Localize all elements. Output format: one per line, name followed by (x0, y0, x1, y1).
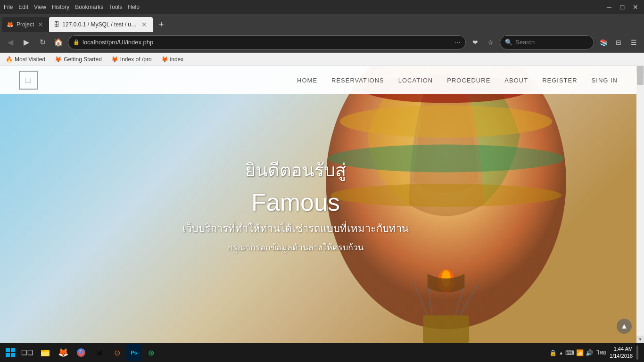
taskbar-chrome[interactable] (73, 344, 90, 361)
menu-file[interactable]: File (4, 4, 13, 10)
svg-point-2 (340, 105, 553, 138)
tab-bar: 🦊 Project ✕ 🗄 127.0.0.1 / MySQL / test /… (0, 14, 644, 32)
menu-button[interactable]: ☰ (627, 36, 640, 49)
scroll-to-top-button[interactable]: ▲ (617, 319, 632, 334)
taskbar-right: 🔒 ▲ ⌨ 📶 🔊 ไทย 1:44 AM 1/14/2018 (549, 346, 642, 360)
menu-bar[interactable]: File Edit View History Bookmarks Tools H… (4, 4, 140, 10)
tab-project-title: Project (17, 21, 34, 28)
url-text: localhost/pro/UI/index.php (83, 39, 452, 46)
site-nav: □ HOME RESERVATIONS LOCATION PROCEDURE A… (0, 66, 636, 94)
show-desktop-button[interactable] (636, 346, 638, 360)
svg-rect-12 (6, 348, 10, 352)
taskbar-task-view[interactable]: ❑❑ (19, 344, 36, 361)
taskbar-photoshop[interactable]: Ps (126, 344, 141, 361)
hero-text: ยินดีตอนรับสู่ Famous เว็บบริการที่ทำให้… (182, 156, 409, 254)
bookmark-index-pro-label: Index of /pro (120, 56, 152, 63)
url-bar[interactable]: 🔒 localhost/pro/UI/index.php ··· (68, 35, 466, 49)
taskbar-sys-icons: 🔒 ▲ ⌨ 📶 🔊 (549, 349, 593, 356)
scrollbar-thumb[interactable] (637, 66, 644, 85)
maximize-button[interactable]: □ (618, 2, 627, 12)
nav-bar: ◀ ▶ ↻ 🏠 🔒 localhost/pro/UI/index.php ···… (0, 32, 644, 53)
back-button[interactable]: ◀ (4, 36, 17, 49)
reload-button[interactable]: ↻ (36, 36, 49, 49)
nav-home[interactable]: HOME (297, 77, 317, 84)
new-tab-button[interactable]: + (155, 18, 168, 31)
nav-right: 📚 ⊟ ☰ (597, 36, 640, 49)
index-icon: 🦊 (161, 56, 168, 63)
taskbar-wifi-icon: 📶 (576, 349, 584, 356)
time-display: 1:44 AM (610, 346, 633, 353)
minimize-button[interactable]: ─ (604, 2, 614, 12)
title-bar: File Edit View History Bookmarks Tools H… (0, 0, 644, 14)
logo-icon: □ (26, 75, 31, 85)
library-button[interactable]: 📚 (597, 36, 610, 49)
nav-procedure[interactable]: PROCEDURE (447, 77, 490, 84)
nav-about[interactable]: ABOUT (504, 77, 528, 84)
bookmark-button[interactable]: ☆ (484, 36, 497, 49)
sidebar-button[interactable]: ⊟ (612, 36, 625, 49)
website-content: □ HOME RESERVATIONS LOCATION PROCEDURE A… (0, 66, 644, 343)
tab-project-close[interactable]: ✕ (37, 21, 44, 28)
site-menu: HOME RESERVATIONS LOCATION PROCEDURE ABO… (297, 77, 618, 84)
window-controls[interactable]: ─ □ ✕ (604, 2, 640, 12)
taskbar-chevron-icon[interactable]: ▲ (559, 350, 563, 355)
hero-brand: Famous (182, 188, 409, 216)
nav-signin[interactable]: SING IN (592, 77, 618, 84)
bookmark-index-pro[interactable]: 🦊 Index of /pro (109, 55, 154, 64)
taskbar-language: ไทย (597, 348, 606, 357)
nav-location[interactable]: LOCATION (398, 77, 433, 84)
bookmark-index[interactable]: 🦊 index (159, 55, 186, 64)
bookmark-getting-started-label: Getting Started (64, 56, 102, 63)
forward-button[interactable]: ▶ (20, 36, 33, 49)
scroll-down-button[interactable]: ▼ (636, 336, 644, 343)
pocket-button[interactable]: ❤ (469, 36, 482, 49)
hero-subtitle: เว็บบริการที่ทำให้ท่านได้เช่ารถแบบที่เหม… (182, 220, 409, 237)
taskbar-volume-icon: 🔊 (586, 349, 593, 356)
svg-rect-15 (11, 353, 15, 357)
tab-mysql-icon: 🗄 (54, 21, 59, 28)
bookmark-most-visited-label: Most Visited (15, 56, 45, 63)
most-visited-icon: 🔥 (6, 56, 13, 63)
lock-icon: 🔒 (73, 39, 80, 45)
tab-mysql[interactable]: 🗄 127.0.0.1 / MySQL / test / user ✕ (49, 17, 153, 32)
menu-tools[interactable]: Tools (109, 4, 122, 10)
bookmarks-bar: 🔥 Most Visited 🦊 Getting Started 🦊 Index… (0, 53, 644, 66)
menu-history[interactable]: History (52, 4, 69, 10)
taskbar-keyboard-icon: ⌨ (565, 349, 574, 356)
taskbar: ❑❑ 🦊 ✉ ⊙ Ps ⊕ 🔒 ▲ ⌨ 📶 🔊 (0, 343, 644, 362)
taskbar-firefox[interactable]: 🦊 (55, 344, 72, 361)
svg-rect-5 (423, 315, 469, 343)
menu-bookmarks[interactable]: Bookmarks (75, 4, 103, 10)
taskbar-icons: ❑❑ 🦊 ✉ ⊙ Ps ⊕ (19, 344, 549, 361)
menu-view[interactable]: View (34, 4, 46, 10)
taskbar-app-orange[interactable]: ⊙ (108, 344, 125, 361)
menu-help[interactable]: Help (128, 4, 140, 10)
close-button[interactable]: ✕ (631, 2, 640, 12)
taskbar-network-icon: 🔒 (549, 349, 557, 356)
nav-reservations[interactable]: RESERVATIONS (331, 77, 384, 84)
menu-edit[interactable]: Edit (18, 4, 28, 10)
nav-actions: ❤ ☆ (469, 36, 497, 49)
svg-rect-13 (11, 348, 15, 352)
tab-project[interactable]: 🦊 Project ✕ (2, 17, 49, 32)
tab-mysql-title: 127.0.0.1 / MySQL / test / user (62, 21, 138, 28)
svg-rect-17 (41, 350, 45, 352)
bookmark-most-visited[interactable]: 🔥 Most Visited (4, 55, 47, 64)
home-button[interactable]: 🏠 (52, 36, 65, 49)
svg-rect-14 (6, 353, 10, 357)
taskbar-app-green[interactable]: ⊕ (142, 344, 159, 361)
tab-mysql-close[interactable]: ✕ (140, 21, 148, 28)
nav-register[interactable]: REGISTER (542, 77, 577, 84)
tab-project-icon: 🦊 (7, 21, 14, 28)
search-icon: 🔍 (505, 39, 512, 46)
bookmark-getting-started[interactable]: 🦊 Getting Started (53, 55, 104, 64)
scrollbar[interactable]: ▲ ▼ (636, 66, 644, 343)
hero-section: ยินดีตอนรับสู่ Famous เว็บบริการที่ทำให้… (0, 66, 636, 343)
date-display: 1/14/2018 (610, 353, 633, 360)
taskbar-file-explorer[interactable] (37, 344, 54, 361)
search-bar[interactable]: 🔍 Search (500, 35, 594, 49)
start-button[interactable] (2, 344, 19, 361)
index-pro-icon: 🦊 (111, 56, 118, 63)
taskbar-mail[interactable]: ✉ (91, 344, 107, 361)
url-options-icon: ··· (454, 38, 461, 47)
